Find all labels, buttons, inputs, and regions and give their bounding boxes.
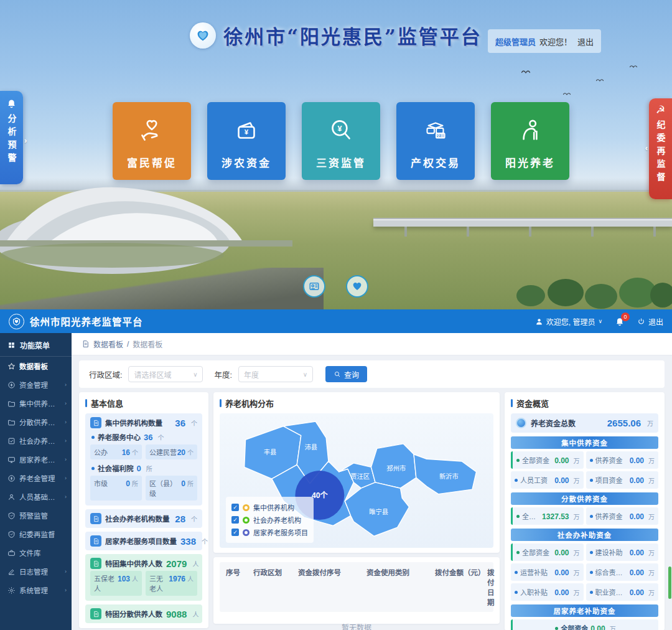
sidebar-item-fund-management[interactable]: 资金管理› — [0, 375, 72, 394]
bridge-post — [653, 227, 656, 237]
fund-unit: 万 — [648, 476, 655, 485]
chip-value: 103 — [118, 575, 130, 583]
tile-shenong-zijin[interactable]: ¥ 涉农资金 — [207, 102, 286, 180]
sub-label: 养老服务中心 — [98, 432, 141, 442]
checkbox-checked[interactable]: ✓ — [231, 516, 239, 524]
fund-label: 职业资格补贴 — [595, 587, 627, 597]
year-select[interactable]: 年度 ∨ — [238, 366, 313, 382]
map-legend: ✓ 集中供养机构 ✓ 社会办养老机构 ✓ — [226, 497, 314, 543]
card-label: 特困集中供养人数 — [105, 558, 162, 568]
heart-care-circle-button[interactable] — [346, 275, 368, 298]
funds-panel-title: 资金概览 — [516, 397, 549, 409]
tile-chanquan-jiaoyi[interactable]: 交易 产权交易 — [396, 102, 475, 180]
shield-icon — [7, 512, 16, 520]
checkbox-checked[interactable]: ✓ — [231, 529, 239, 536]
map-region-label: 邳州市 — [386, 464, 406, 472]
section-header-homecare-subsidy: 居家养老补助资金 — [511, 604, 658, 617]
globe-icon — [516, 418, 526, 428]
card-label: 特困分散供养人数 — [105, 609, 162, 619]
sidebar-item-file-library[interactable]: 文件库 — [0, 543, 72, 562]
scrollbar-thumb[interactable] — [668, 567, 671, 599]
fund-cell: 全部资金0.00万 — [511, 451, 584, 469]
sub-value: 0 — [137, 464, 141, 473]
doc-icon — [90, 535, 101, 547]
fund-label: 全部资金 — [561, 623, 588, 630]
sidebar-item-log-management[interactable]: 日志管理› — [0, 562, 72, 581]
analysis-warning-tab[interactable]: 分析预警 — [0, 91, 23, 184]
discipline-supervision-tab[interactable]: ☭ 纪委再监督 — [649, 98, 672, 199]
fund-label: 全部资金 — [522, 511, 539, 521]
header-logout-button[interactable]: 退出 — [637, 316, 663, 327]
menu-header-label: 功能菜单 — [20, 340, 50, 350]
chip-label: 五保老人 — [94, 573, 118, 593]
homecare-pin-icon — [243, 529, 250, 536]
sidebar-item-label: 分散供养资金 — [19, 417, 61, 427]
chevron-right-icon: › — [65, 568, 67, 575]
chevron-left-icon[interactable]: ‹ — [645, 143, 648, 153]
hero-circle-buttons — [303, 275, 368, 298]
header-notifications-button[interactable]: 0 — [615, 316, 625, 326]
column-header: 资金使用类别 — [366, 567, 435, 607]
doc-icon — [90, 558, 101, 569]
svg-text:¥: ¥ — [245, 128, 249, 136]
sidebar-item-warning-supervision[interactable]: 预警监管 — [0, 506, 72, 525]
sidebar-item-personnel-info[interactable]: 人员基础信息› — [0, 487, 72, 506]
bridge-post — [529, 227, 531, 237]
fund-value: 0.00 — [630, 456, 644, 465]
map-panel-title: 养老机构分布 — [225, 397, 274, 409]
bird — [630, 65, 637, 68]
grid-icon — [7, 341, 16, 349]
card-value: 36 — [175, 418, 185, 428]
header-user-menu[interactable]: 欢迎您, 管理员 ∨ — [535, 316, 602, 327]
search-button[interactable]: 查询 — [325, 366, 367, 382]
region-select[interactable]: 请选择区域 ∨ — [128, 366, 203, 382]
bridge-railing — [373, 214, 672, 219]
hero-welcome-text: 欢迎您！ — [539, 35, 572, 47]
total-unit: 万 — [647, 418, 653, 428]
tile-fumin-bangcu[interactable]: 富民帮促 — [113, 102, 191, 180]
chevron-right-icon: › — [65, 456, 67, 463]
sidebar-item-pension-management[interactable]: 养老金管理› — [0, 469, 72, 487]
bridge-post — [404, 227, 407, 237]
sidebar-item-discipline-supervision[interactable]: 纪委再监督 — [0, 525, 72, 543]
search-button-label: 查询 — [344, 369, 359, 380]
sub-unit: 个 — [157, 433, 164, 442]
fund-value: 1327.53 — [542, 512, 569, 521]
sub-value: 36 — [144, 433, 152, 442]
sidebar-item-label: 数据看板 — [19, 361, 48, 371]
id-card-circle-button[interactable] — [303, 275, 325, 298]
basic-info-panel: 基本信息 集中供养机构数量 36个 养老服务中心 36个 — [79, 392, 208, 628]
sidebar-item-data-board[interactable]: 数据看板 — [0, 357, 72, 375]
fund-cell: 建设补助0.00万 — [586, 543, 659, 561]
breadcrumb-current: 数据看板 — [133, 339, 162, 349]
card-label: 居家养老服务项目数量 — [105, 536, 177, 546]
chip-label: 公办 — [94, 447, 108, 457]
chevron-right-icon[interactable]: › — [24, 136, 27, 145]
fund-label: 人员工资 — [520, 475, 552, 485]
fund-unit: 万 — [574, 456, 580, 465]
search-icon — [334, 370, 341, 378]
fund-value: 0.00 — [630, 588, 644, 597]
sidebar-item-home-care-projects[interactable]: 居家养老服务项目› — [0, 450, 72, 469]
logout-label: 退出 — [648, 316, 663, 327]
sidebar-item-centralized-funds[interactable]: 集中供养资金› — [0, 394, 72, 413]
sidebar-item-system-management[interactable]: 系统管理› — [0, 581, 72, 599]
fund-cell: 人员工资0.00万 — [511, 471, 584, 489]
breadcrumb-root[interactable]: 数据看板 — [93, 339, 123, 349]
tile-yangguang-yanglao[interactable]: 阳光养老 — [491, 102, 569, 180]
sidebar-item-social-institutions[interactable]: 社会办养老机构› — [0, 431, 72, 450]
doc-icon — [90, 417, 101, 428]
sidebar-item-decentralized-funds[interactable]: 分散供养资金› — [0, 413, 72, 431]
xuzhou-district-map[interactable]: 丰县 沛县 贾汪区 邳州市 新沂市 睢宁县 40个 — [220, 413, 493, 548]
hero-logout-link[interactable]: 退出 — [577, 35, 594, 47]
fund-unit: 万 — [648, 512, 655, 521]
social-institutions-card: 社会办养老机构数量 28个 — [85, 509, 202, 528]
title-accent — [511, 399, 513, 407]
tile-label: 产权交易 — [411, 154, 460, 170]
tile-sanzi-jianguan[interactable]: ¥ 三资监管 — [302, 102, 380, 180]
chevron-right-icon: › — [65, 494, 67, 500]
checkbox-checked[interactable]: ✓ — [231, 504, 239, 511]
chip-label: 公建民营 — [149, 447, 177, 457]
card-unit: 人 — [192, 609, 198, 619]
column-header: 拨付金额（元） — [435, 567, 487, 607]
